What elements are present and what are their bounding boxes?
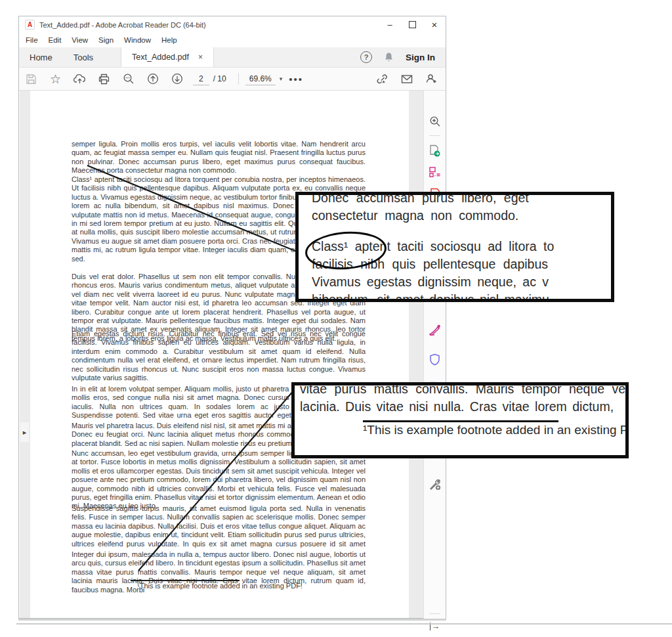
search-tools-button[interactable]	[424, 116, 446, 127]
callout-line: lacinia. Duis vitae nisi nulla. Cras vit…	[300, 398, 614, 416]
share-link-button[interactable]	[370, 74, 394, 85]
help-icon[interactable]: ?	[360, 51, 372, 63]
chevron-right-icon: ▸	[23, 428, 27, 437]
menu-bar: File Edit View Sign Window Help	[19, 33, 446, 47]
page-number-input[interactable]: 2	[193, 73, 209, 85]
print-button[interactable]	[92, 68, 116, 90]
close-button[interactable]: ×	[423, 16, 446, 33]
favorite-star-button[interactable]: ☆	[43, 68, 68, 90]
next-page-button[interactable]	[165, 68, 189, 90]
wrench-plus-icon	[429, 478, 441, 491]
menu-file[interactable]: File	[19, 36, 43, 44]
menu-sign[interactable]: Sign	[93, 36, 119, 44]
menu-edit[interactable]: Edit	[43, 36, 67, 44]
maximize-icon	[409, 21, 416, 28]
callout-line: consectetur magna non commodo.	[312, 207, 518, 225]
sidebar-divider	[429, 135, 440, 136]
organize-pages-icon	[429, 166, 441, 178]
send-email-button[interactable]	[394, 74, 419, 84]
more-tools-sidebar-button[interactable]	[424, 478, 446, 491]
save-button[interactable]	[19, 68, 43, 90]
zoom-level-input[interactable]: 69.6%	[245, 73, 276, 85]
title-bar: A Text_Added.pdf - Adobe Acrobat Reader …	[19, 16, 446, 33]
star-icon: ☆	[50, 73, 61, 85]
callout-line: Donec accumsan purus libero, eget	[312, 192, 529, 207]
menu-view[interactable]: View	[66, 36, 93, 44]
minimize-button[interactable]: –	[379, 16, 401, 33]
callout-line: vitae purus mattis convallis. Mauris tem…	[300, 382, 628, 398]
pdf-paragraph: Nunc accumsan, leo eget vestibulum gravi…	[72, 449, 366, 511]
marquee-zoom-button[interactable]	[116, 68, 140, 90]
document-viewport: semper ligula. Proin mollis eros turpis,…	[20, 91, 425, 618]
pdf-paragraph: Suspendisse sagittis turpis mauris, sit …	[72, 504, 366, 549]
callout-line: bibendum, sit amet dapibus nisl maximu	[312, 291, 549, 302]
pdf-paragraph: semper ligula. Proin mollis eros turpis,…	[72, 140, 366, 175]
callout-footnote-text: ¹This is example footnote added in an ex…	[363, 421, 629, 439]
tab-tools[interactable]: Tools	[63, 47, 104, 67]
shield-icon	[429, 353, 440, 366]
save-icon	[26, 74, 37, 85]
tab-close-icon[interactable]: ×	[198, 53, 203, 62]
notifications-bell-icon[interactable]	[384, 52, 394, 62]
sign-in-button[interactable]: Sign In	[406, 53, 435, 62]
cloud-upload-icon	[74, 74, 86, 85]
export-pdf-icon	[429, 144, 441, 158]
organize-pages-button[interactable]	[424, 166, 446, 178]
maximize-button[interactable]	[401, 16, 423, 33]
person-add-icon	[425, 73, 437, 85]
protect-pdf-button[interactable]	[424, 353, 446, 366]
footnote-separator	[131, 580, 240, 581]
pdf-paragraph: Etiam egestas dictum risus. Curabitur ne…	[72, 330, 366, 383]
tab-document[interactable]: Text_Added.pdf ×	[121, 47, 214, 67]
upload-cloud-button[interactable]	[68, 68, 92, 90]
tab-home[interactable]: Home	[19, 47, 63, 67]
sidebar-divider	[429, 613, 440, 614]
left-panel-toggle[interactable]: ▸	[20, 422, 29, 442]
callout-line: Vivamus egestas dignissim neque, ac v	[312, 273, 549, 291]
acrobat-window: A Text_Added.pdf - Adobe Acrobat Reader …	[18, 16, 446, 619]
magnified-callout-footnote: vitae purus mattis convallis. Mauris tem…	[291, 382, 629, 458]
more-tools-button[interactable]: •••	[289, 74, 303, 85]
search-zoom-icon	[123, 73, 135, 85]
footnote-text: ¹This is example footnote added in an ex…	[137, 582, 303, 590]
share-with-people-button[interactable]	[419, 73, 443, 85]
window-title: Text_Added.pdf - Adobe Acrobat Reader DC…	[39, 21, 206, 29]
page-down-icon	[171, 73, 183, 85]
tab-document-label: Text_Added.pdf	[132, 53, 189, 62]
tools-sidebar: →	[423, 91, 446, 619]
printer-icon	[98, 74, 110, 85]
previous-page-button[interactable]	[140, 68, 165, 90]
menu-window[interactable]: Window	[119, 36, 156, 44]
export-pdf-button[interactable]	[424, 144, 446, 158]
acrobat-app-icon: A	[25, 20, 35, 30]
page-total-label: / 10	[213, 74, 226, 83]
toolbar-divider	[238, 73, 239, 85]
envelope-icon	[401, 74, 413, 84]
tab-bar: Home Tools Text_Added.pdf × ? Sign In	[19, 47, 446, 68]
share-link-icon	[376, 74, 388, 85]
menu-help[interactable]: Help	[156, 36, 182, 44]
fill-sign-button[interactable]	[424, 324, 446, 336]
screenshot-bottom-edge	[16, 623, 672, 625]
page-up-icon	[147, 73, 159, 85]
fill-sign-pen-icon	[429, 324, 441, 336]
search-plus-icon	[429, 116, 441, 127]
main-toolbar: ☆ 2	[19, 68, 446, 91]
magnified-callout-class: Donec accumsan purus libero, eget consec…	[295, 192, 614, 302]
pdf-page: semper ligula. Proin mollis eros turpis,…	[30, 91, 409, 618]
zoom-dropdown-caret[interactable]: ▾	[280, 76, 283, 82]
